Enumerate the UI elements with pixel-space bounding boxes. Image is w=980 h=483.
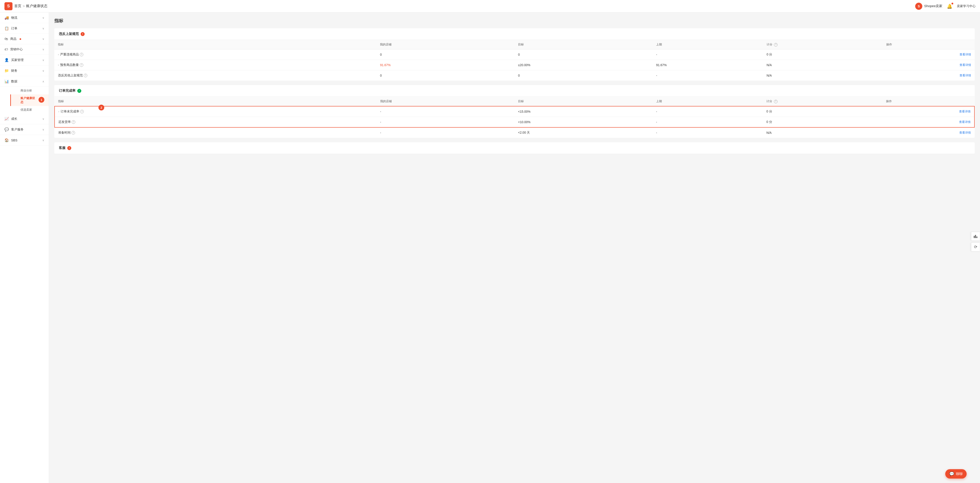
action-link[interactable]: 查看详情 <box>959 120 970 124</box>
shopee-seller: S Shopee卖家 <box>915 3 942 10</box>
growth-chevron: ∨ <box>42 118 45 121</box>
score-value: N/A <box>763 127 883 138</box>
store-value: 91.67% <box>376 60 514 70</box>
sidebar-item-growth[interactable]: 📈 成长 ∨ <box>0 114 49 124</box>
action-link[interactable]: 查看详情 <box>959 53 971 56</box>
svg-rect-1 <box>975 235 976 238</box>
table-row: › 预售商品数量 ? 91.67% ≤20.00% 91.67% N/A 查看详… <box>54 60 975 70</box>
metric-help-icon[interactable]: ? <box>80 63 83 67</box>
expand-icon[interactable]: › <box>58 64 59 67</box>
sbs-chevron: ∨ <box>42 139 45 142</box>
sidebar-item-orders[interactable]: 📋 订单 ∨ <box>0 23 49 34</box>
sidebar-item-buyers[interactable]: 👤 买家管理 ∨ <box>0 55 49 65</box>
completion-section-header: 订单完成率 ✓ <box>54 85 975 97</box>
chat-button[interactable]: 💬 聊聊 <box>945 469 967 478</box>
buyers-icon: 👤 <box>5 58 9 62</box>
action-link[interactable]: 查看详情 <box>959 110 970 113</box>
table-row: › 订单未完成率 ? 2 - <15.00% - 0 分 查看详情 <box>54 106 974 117</box>
metric-help-icon[interactable]: ? <box>80 110 84 113</box>
target-value: ≤20.00% <box>514 60 652 70</box>
prev-value: - <box>652 70 763 81</box>
sidebar-item-marketing[interactable]: 🏷 营销中心 ∨ <box>0 44 49 55</box>
products-label: 商品 <box>10 37 16 41</box>
sidebar-item-sbs[interactable]: 🏠 SBS ∨ <box>0 135 49 146</box>
action-link[interactable]: 查看详情 <box>959 131 971 134</box>
chart-float-btn[interactable] <box>971 232 980 241</box>
refresh-icon: ⟳ <box>974 245 977 249</box>
page-title: 指标 <box>54 18 975 24</box>
store-value: 0 <box>376 49 514 60</box>
th-score-1: 计分 ? <box>763 40 883 49</box>
header-left: S 首页 > 账户健康状态 <box>5 2 48 10</box>
expand-icon[interactable]: › <box>58 110 59 113</box>
logistics-chevron: ∨ <box>42 16 45 19</box>
th-store-2: 我的店铺 <box>377 97 515 106</box>
violation-section-header: 违反上架规范 ! <box>54 28 975 40</box>
score-help-icon-1[interactable]: ? <box>774 43 778 46</box>
table-row: 违反其他上架规范 ? 0 0 - N/A 查看详情 <box>54 70 975 81</box>
growth-label: 成长 <box>11 117 18 121</box>
logistics-icon: 🚚 <box>5 16 9 20</box>
breadcrumb-current: 账户健康状态 <box>26 4 48 8</box>
th-target-1: 目标 <box>514 40 652 49</box>
sidebar-item-products[interactable]: 🛍 商品 ∨ <box>0 34 49 44</box>
finance-label: 财务 <box>11 69 18 73</box>
main-content: 指标 违反上架规范 ! 指标 我的店铺 目标 上期 计分 ? <box>49 13 980 483</box>
completion-section: 订单完成率 ✓ 指标 我的店铺 目标 上期 计分 ? 操作 <box>54 85 975 138</box>
metric-name: 准备时间 <box>58 131 71 135</box>
logistics-label: 物流 <box>11 16 18 20</box>
completion-table: 指标 我的店铺 目标 上期 计分 ? 操作 <box>54 97 975 138</box>
seller-center-link[interactable]: 卖家学习中心 <box>957 4 975 8</box>
th-store-1: 我的店铺 <box>376 40 514 49</box>
chat-label: 聊聊 <box>956 472 963 476</box>
sbs-icon: 🏠 <box>5 138 9 142</box>
sidebar-item-customer-service[interactable]: 💬 客户服务 ∨ <box>0 124 49 135</box>
customer-title: 客服 <box>59 146 65 150</box>
prev-value: - <box>652 49 763 60</box>
score-value: N/A <box>763 60 883 70</box>
score-value: 0 分 <box>763 106 883 117</box>
store-value: - <box>377 117 515 128</box>
expand-icon[interactable]: › <box>58 53 59 56</box>
violation-section: 违反上架规范 ! 指标 我的店铺 目标 上期 计分 ? 操作 <box>54 28 975 81</box>
th-score-2: 计分 ? <box>763 97 883 106</box>
data-submenu: 商业分析 账户健康状态 1 优选卖家 <box>0 87 49 114</box>
action-link[interactable]: 查看详情 <box>959 63 971 67</box>
metric-cell: 准备时间 ? <box>58 131 373 135</box>
metric-help-icon[interactable]: ? <box>72 131 75 135</box>
sidebar-sub-business-analysis[interactable]: 商业分析 <box>10 87 49 94</box>
sidebar-sub-account-health[interactable]: 账户健康状态 1 <box>10 94 49 106</box>
metric-help-icon[interactable]: ? <box>84 74 87 77</box>
bell-button[interactable]: 🔔 <box>947 3 952 9</box>
metric-name: 严重违规商品 <box>60 52 79 57</box>
sidebar-sub-preferred-seller[interactable]: 优选卖家 <box>10 106 49 114</box>
score-value: 0 分 <box>763 117 883 128</box>
sidebar-annotation-1: 1 <box>38 97 45 103</box>
completion-status-icon: ✓ <box>77 89 81 93</box>
refresh-float-btn[interactable]: ⟳ <box>971 243 980 251</box>
sidebar-item-finance[interactable]: 📁 财务 ∨ <box>0 65 49 76</box>
customer-service-label: 客户服务 <box>11 128 24 132</box>
svg-rect-2 <box>977 237 977 238</box>
target-value: <10.00% <box>514 117 652 128</box>
sidebar: 🚚 物流 ∨ 📋 订单 ∨ 🛍 商品 ∨ 🏷 营销中心 <box>0 13 49 483</box>
finance-chevron: ∨ <box>42 69 45 72</box>
action-link[interactable]: 查看详情 <box>959 74 971 77</box>
sbs-label: SBS <box>11 138 18 142</box>
th-target-2: 目标 <box>514 97 652 106</box>
customer-status-icon: ! <box>67 146 71 150</box>
buyers-chevron: ∨ <box>42 59 45 62</box>
store-value: - <box>377 127 515 138</box>
score-help-icon-2[interactable]: ? <box>774 100 778 103</box>
sidebar-item-logistics[interactable]: 🚚 物流 ∨ <box>0 13 49 23</box>
table-row: 迟发货率 ? - <10.00% - 0 分 查看详情 <box>54 117 974 128</box>
metric-cell: 违反其他上架规范 ? <box>58 73 373 78</box>
store-value: - <box>377 106 515 117</box>
metric-help-icon[interactable]: ? <box>80 53 83 56</box>
sidebar-item-data[interactable]: 📊 数据 ∧ <box>0 76 49 87</box>
breadcrumb-home[interactable]: 首页 <box>14 4 21 8</box>
header: S 首页 > 账户健康状态 S Shopee卖家 🔔 卖家学习中心 <box>0 0 980 13</box>
metric-help-icon[interactable]: ? <box>72 120 75 124</box>
target-value: 0 <box>514 70 652 81</box>
th-prev-2: 上期 <box>652 97 763 106</box>
